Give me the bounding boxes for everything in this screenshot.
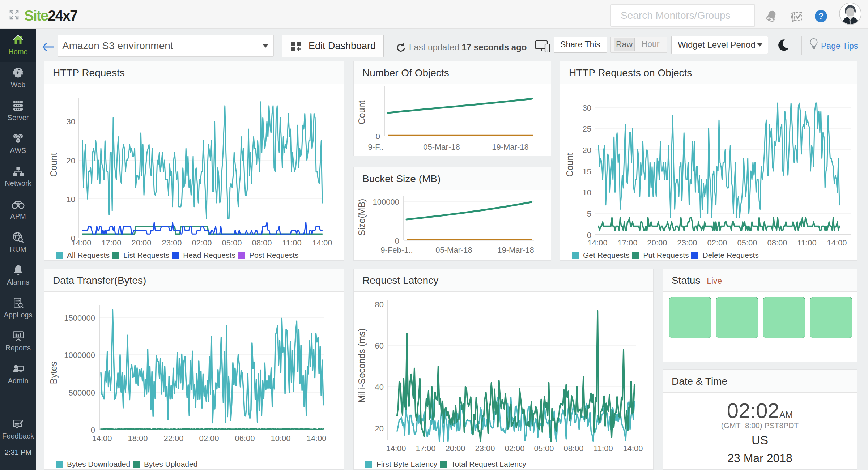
svg-text:Count: Count (357, 101, 367, 125)
svg-text:20: 20 (67, 156, 75, 165)
svg-text:9-Feb-1..: 9-Feb-1.. (380, 245, 413, 255)
svg-text:14:00: 14:00 (827, 238, 847, 247)
svg-text:06:00: 06:00 (235, 434, 255, 443)
svg-text:Count: Count (48, 153, 59, 177)
svg-text:0: 0 (91, 426, 95, 435)
svg-text:?: ? (818, 12, 824, 21)
svg-text:23:00: 23:00 (677, 238, 697, 247)
svg-text:02:00: 02:00 (707, 238, 727, 247)
svg-text:17:00: 17:00 (617, 238, 637, 247)
svg-text:Count: Count (565, 153, 575, 177)
svg-text:11:00: 11:00 (797, 238, 816, 247)
svg-text:17:00: 17:00 (101, 238, 121, 247)
svg-text:02:00: 02:00 (199, 434, 219, 443)
svg-text:100000: 100000 (373, 197, 399, 206)
svg-text:20: 20 (583, 146, 591, 155)
svg-text:20: 20 (375, 424, 384, 433)
svg-text:14:00: 14:00 (623, 444, 643, 453)
svg-text:08:00: 08:00 (563, 444, 583, 453)
svg-text:Size(MB): Size(MB) (357, 199, 367, 236)
svg-text:10:00: 10:00 (271, 434, 290, 443)
svg-text:02:00: 02:00 (505, 444, 524, 453)
svg-text:25: 25 (583, 124, 591, 133)
svg-text:60: 60 (375, 341, 384, 350)
svg-text:14:00: 14:00 (587, 238, 607, 247)
svg-text:20:00: 20:00 (647, 238, 667, 247)
svg-text:1500000: 1500000 (64, 313, 95, 322)
svg-text:14:00: 14:00 (386, 444, 406, 453)
svg-text:Bytes: Bytes (48, 362, 59, 384)
svg-text:14:00: 14:00 (92, 434, 112, 443)
svg-text:23:00: 23:00 (162, 238, 182, 247)
svg-text:Milli-Seconds (ms): Milli-Seconds (ms) (357, 328, 367, 403)
svg-text:02:00: 02:00 (192, 238, 212, 247)
svg-text:15: 15 (583, 167, 591, 176)
svg-text:5: 5 (587, 209, 591, 218)
svg-text:10: 10 (67, 195, 75, 204)
svg-text:05:00: 05:00 (534, 444, 554, 453)
svg-text:10: 10 (583, 188, 591, 197)
svg-text:19-Mar-18: 19-Mar-18 (492, 142, 528, 151)
svg-text:500000: 500000 (69, 388, 95, 397)
svg-text:80: 80 (375, 300, 384, 309)
svg-text:22:00: 22:00 (163, 434, 183, 443)
svg-text:20:00: 20:00 (131, 238, 151, 247)
svg-text:14:00: 14:00 (306, 434, 326, 443)
svg-text:19-Mar-18: 19-Mar-18 (497, 245, 534, 255)
svg-text:0: 0 (395, 236, 399, 245)
svg-text:08:00: 08:00 (767, 238, 787, 247)
svg-text:08:00: 08:00 (252, 238, 272, 247)
svg-text:30: 30 (67, 117, 75, 126)
svg-text:11:00: 11:00 (593, 444, 613, 453)
svg-text:1000000: 1000000 (64, 351, 95, 360)
svg-text:17:00: 17:00 (416, 444, 435, 453)
svg-text:05:00: 05:00 (222, 238, 242, 247)
svg-text:05-Mar-18: 05-Mar-18 (423, 142, 460, 151)
svg-text:0: 0 (376, 132, 380, 141)
svg-text:11:00: 11:00 (282, 238, 301, 247)
svg-text:05:00: 05:00 (737, 238, 757, 247)
svg-text:05-Mar-18: 05-Mar-18 (435, 245, 472, 255)
svg-text:23:00: 23:00 (475, 444, 495, 453)
svg-text:14:00: 14:00 (312, 238, 332, 247)
svg-text:14:00: 14:00 (71, 238, 91, 247)
svg-text:40: 40 (375, 383, 384, 392)
svg-text:9-F..: 9-F.. (368, 142, 384, 151)
svg-text:30: 30 (583, 103, 591, 112)
svg-text:20:00: 20:00 (445, 444, 465, 453)
svg-text:18:00: 18:00 (128, 434, 148, 443)
